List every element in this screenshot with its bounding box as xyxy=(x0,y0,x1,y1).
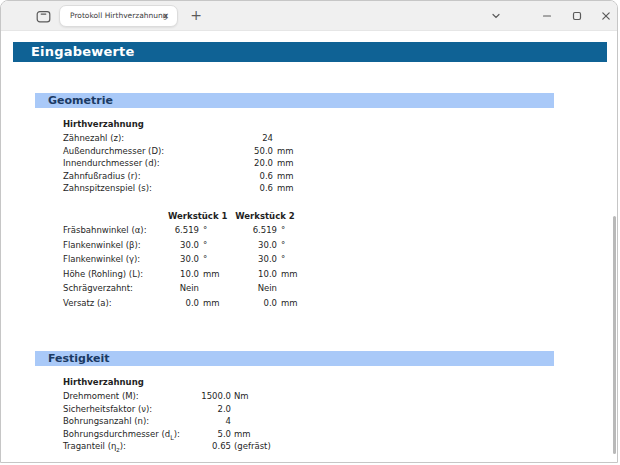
row-label: Zahnfußradius (r): xyxy=(63,170,213,183)
row-unit: mm xyxy=(273,182,307,195)
close-button[interactable] xyxy=(598,8,614,24)
value-w2: 30.0 xyxy=(227,238,277,253)
workpiece-table-header: Werkstück 1 Werkstück 2 xyxy=(63,209,303,223)
tab-close-icon[interactable]: ✕ xyxy=(162,6,169,26)
block-subtitle: Hirthverzahnung xyxy=(63,375,281,390)
geometry-row: Zahnfußradius (r): 0.6 mm xyxy=(63,170,307,183)
value-w2: 6.519 xyxy=(227,223,277,238)
unit-w2: mm xyxy=(277,296,303,311)
minimize-button[interactable] xyxy=(539,8,555,24)
row-value: 0.6 xyxy=(213,170,273,183)
row-unit xyxy=(273,132,307,145)
table-row: Versatz (a): 0.0 mm 0.0 mm xyxy=(63,296,303,311)
value-w2: 0.0 xyxy=(227,296,277,311)
unit-w1 xyxy=(199,281,227,296)
row-value: 0.65 xyxy=(197,440,231,456)
geometry-row: Zahnspitzenspiel (s): 0.6 mm xyxy=(63,182,307,195)
strength-row: Bohrungsdurchmesser (dL): 5.0 mm xyxy=(63,428,281,441)
geometry-row: Zähnezahl (z): 24 xyxy=(63,132,307,145)
row-unit: mm xyxy=(273,145,307,158)
row-label: Höhe (Rohling) (L): xyxy=(63,267,168,282)
tab-bar: Protokoll Hirthverzahnung ✕ + xyxy=(1,1,617,31)
row-value: 20.0 xyxy=(213,157,273,170)
col-header-werkstueck-1: Werkstück 1 xyxy=(168,209,227,223)
app-window: Protokoll Hirthverzahnung ✕ + Eingabewer… xyxy=(0,0,618,463)
row-label: Zahnspitzenspiel (s): xyxy=(63,182,213,195)
row-label: Versatz (a): xyxy=(63,296,168,311)
section-header-geometrie: Geometrie xyxy=(35,93,554,108)
table-row: Flankenwinkel (β): 30.0 ° 30.0 ° xyxy=(63,238,303,253)
value-w1: 0.0 xyxy=(168,296,199,311)
value-w1: 6.519 xyxy=(168,223,199,238)
table-row: Höhe (Rohling) (L): 10.0 mm 10.0 mm xyxy=(63,267,303,282)
col-header-werkstueck-2: Werkstück 2 xyxy=(227,209,303,223)
geometry-parameters-block: Hirthverzahnung Zähnezahl (z): 24 Außend… xyxy=(63,117,307,195)
row-label: Schrägverzahnt: xyxy=(63,281,168,296)
unit-w1: ° xyxy=(199,252,227,267)
table-row: Fräsbahnwinkel (α): 6.519 ° 6.519 ° xyxy=(63,223,303,238)
strength-row: Sicherheitsfaktor (ν): 2.0 xyxy=(63,403,281,416)
vertical-scrollbar-thumb[interactable] xyxy=(613,216,616,454)
tab-protokoll-hirthverzahnung[interactable]: Protokoll Hirthverzahnung ✕ xyxy=(59,5,178,27)
maximize-button[interactable] xyxy=(569,8,585,24)
block-subtitle: Hirthverzahnung xyxy=(63,117,307,132)
unit-w1: mm xyxy=(199,296,227,311)
value-w2: 30.0 xyxy=(227,252,277,267)
unit-w2: mm xyxy=(277,267,303,282)
geometry-row: Außendurchmesser (D): 50.0 mm xyxy=(63,145,307,158)
chevron-down-icon[interactable] xyxy=(488,8,504,24)
value-w2: Nein xyxy=(227,281,277,296)
row-value: 0.6 xyxy=(213,182,273,195)
app-window-icon xyxy=(36,9,51,24)
table-row: Flankenwinkel (γ): 30.0 ° 30.0 ° xyxy=(63,252,303,267)
row-label: Fräsbahnwinkel (α): xyxy=(63,223,168,238)
geometry-row: Innendurchmesser (d): 20.0 mm xyxy=(63,157,307,170)
value-w2: 10.0 xyxy=(227,267,277,282)
strength-row: Drehmoment (M): 1500.0 Nm xyxy=(63,390,281,403)
workpiece-table: Werkstück 1 Werkstück 2 Fräsbahnwinkel (… xyxy=(63,209,303,310)
row-unit: mm xyxy=(273,157,307,170)
value-w1: 30.0 xyxy=(168,238,199,253)
row-unit: mm xyxy=(273,170,307,183)
section-header-festigkeit: Festigkeit xyxy=(35,351,554,366)
row-label: Zähnezahl (z): xyxy=(63,132,213,145)
value-w1: 10.0 xyxy=(168,267,199,282)
strength-row: Bohrungsanzahl (n): 4 xyxy=(63,415,281,428)
value-w1: Nein xyxy=(168,281,199,296)
unit-w2: ° xyxy=(277,238,303,253)
unit-w2: ° xyxy=(277,223,303,238)
row-value: 50.0 xyxy=(213,145,273,158)
tab-title: Protokoll Hirthverzahnung xyxy=(70,6,168,26)
strength-row: Traganteil (ηz): 0.65 (gefräst) xyxy=(63,440,281,453)
table-row: Schrägverzahnt: Nein Nein xyxy=(63,281,303,296)
row-value: 24 xyxy=(213,132,273,145)
row-label: Innendurchmesser (d): xyxy=(63,157,213,170)
unit-w1: ° xyxy=(199,223,227,238)
unit-w1: mm xyxy=(199,267,227,282)
unit-w1: ° xyxy=(199,238,227,253)
row-label: Flankenwinkel (β): xyxy=(63,238,168,253)
row-unit: (gefräst) xyxy=(231,440,281,456)
page-title: Eingabewerte xyxy=(13,42,607,62)
new-tab-button[interactable]: + xyxy=(187,1,205,31)
row-label: Außendurchmesser (D): xyxy=(63,145,213,158)
unit-w2: ° xyxy=(277,252,303,267)
row-label: Flankenwinkel (γ): xyxy=(63,252,168,267)
unit-w2 xyxy=(277,281,303,296)
value-w1: 30.0 xyxy=(168,252,199,267)
strength-parameters-block: Hirthverzahnung Drehmoment (M): 1500.0 N… xyxy=(63,375,281,453)
row-label: Traganteil (ηz): xyxy=(63,440,197,456)
